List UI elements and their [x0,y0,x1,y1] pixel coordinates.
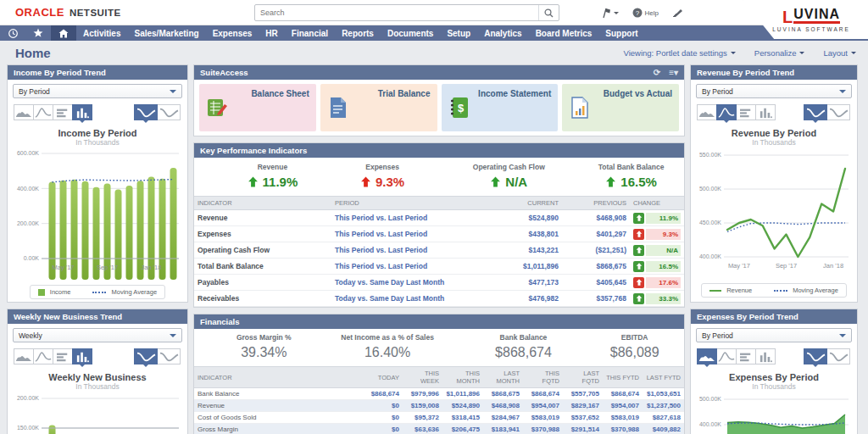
vbar-chart-icon[interactable] [755,104,776,120]
refresh-icon[interactable]: ⟳ [654,68,660,77]
nav-board-metrics[interactable]: Board Metrics [529,25,599,41]
area-chart-icon[interactable] [697,348,717,364]
portlet-header[interactable]: Expenses By Period Trend [691,309,857,324]
income-bar-chart[interactable]: 0.00K 200.00K 400.00K 600.00KMay '17Sep … [13,148,182,280]
value-cell[interactable]: $583,019 [603,412,643,424]
value-cell[interactable]: $1,011,896 [442,388,483,400]
viewing-menu[interactable]: Viewing: Portlet date settings [623,48,735,58]
vbar-chart-icon[interactable] [755,348,776,364]
value-cell[interactable]: $291,514 [563,424,603,434]
nav-setup[interactable]: Setup [440,25,477,41]
layout-menu[interactable]: Layout [823,48,856,58]
nav-analytics[interactable]: Analytics [477,25,528,41]
value-cell[interactable]: $979,996 [403,388,442,400]
vbar-chart-icon[interactable] [72,104,92,120]
column-header[interactable]: THIS FQTD [523,367,563,388]
period-cell[interactable]: Today vs. Same Day Last Month [331,291,494,307]
personalize-menu[interactable]: Personalize [754,48,805,58]
trend-view-icon[interactable] [134,104,158,120]
nav-financial[interactable]: Financial [285,25,335,41]
home-icon[interactable] [51,25,76,41]
value-cell[interactable]: $537,652 [563,412,603,424]
column-header[interactable]: THIS FYTD [603,367,643,388]
portlet-header[interactable]: Financials [194,314,684,329]
previous-cell[interactable]: $468,908 [562,210,630,226]
search-icon[interactable] [538,5,559,20]
area-chart-icon[interactable] [14,104,34,120]
previous-cell[interactable]: $357,768 [562,291,630,307]
tile-trial-balance[interactable]: Trial Balance [320,84,437,131]
value-cell[interactable]: $868,674 [603,388,643,400]
recent-records-icon[interactable] [0,25,25,41]
column-header[interactable]: CURRENT [494,197,562,210]
previous-cell[interactable]: $401,297 [562,226,630,242]
portlet-menu-icon[interactable]: ≡▾ [669,68,678,77]
trend-alt-icon[interactable] [157,348,181,364]
trend-alt-icon[interactable] [157,104,181,120]
line-chart-icon[interactable] [716,104,737,120]
vbar-chart-icon[interactable] [72,348,92,364]
column-header[interactable]: LAST FQTD [563,367,603,388]
revenue-line-chart[interactable]: 400.00K 450.00K 500.00K 550.00KMay '17Se… [696,148,852,278]
column-header[interactable]: INDICATOR [194,367,365,388]
portlet-header[interactable]: Weekly New Business Trend [8,309,187,324]
value-cell[interactable]: $468,908 [483,400,523,412]
column-header[interactable]: TODAY [365,367,403,388]
previous-cell[interactable]: $405,645 [562,275,630,291]
help-menu[interactable]: ? Help [632,8,659,18]
previous-cell[interactable]: ($21,251) [562,242,630,259]
portlet-header[interactable]: SuiteAccess ⟳ ≡▾ [194,65,684,80]
area-chart-icon[interactable] [697,104,717,120]
income-filter-select[interactable]: By Period [13,84,182,98]
tile-income-statement[interactable]: Income Statement $ [442,84,559,131]
current-cell[interactable]: $476,982 [494,291,562,307]
weekly-bar-chart[interactable]: 200.00K 150.00K [13,392,182,434]
value-cell[interactable]: $557,705 [563,388,603,400]
value-cell[interactable]: $206,475 [442,424,483,434]
period-cell[interactable]: This Period vs. Last Period [331,226,494,242]
area-chart-icon[interactable] [14,348,34,364]
column-header[interactable]: THIS WEEK [403,367,442,388]
nav-support[interactable]: Support [598,25,644,41]
current-cell[interactable]: $143,221 [494,242,562,259]
hbar-chart-icon[interactable] [736,104,756,120]
value-cell[interactable]: $370,988 [523,424,563,434]
revenue-filter-select[interactable]: By Period [696,84,852,98]
value-cell[interactable]: $868,674 [365,388,403,400]
value-cell[interactable]: $827,618 [643,412,684,424]
previous-cell[interactable]: $868,675 [562,259,630,275]
value-cell[interactable]: $1,053,651 [643,388,684,400]
trend-alt-icon[interactable] [826,104,850,120]
value-cell[interactable]: $409,882 [643,424,684,434]
value-cell[interactable]: $829,167 [563,400,603,412]
period-cell[interactable]: This Period vs. Last Period [331,259,494,275]
nav-documents[interactable]: Documents [381,25,440,41]
global-search[interactable] [254,4,559,21]
value-cell[interactable]: $524,890 [442,400,483,412]
tile-budget-vs-actual[interactable]: Budget vs Actual [562,84,679,131]
column-header[interactable]: THIS MONTH [442,367,483,388]
hbar-chart-icon[interactable] [736,348,756,364]
roles-menu[interactable] [601,8,619,19]
value-cell[interactable]: $183,941 [483,424,523,434]
value-cell[interactable]: $63,636 [403,424,442,434]
expenses-filter-select[interactable]: By Period [696,328,852,342]
expenses-area-chart[interactable]: 500.00K 400.00K [696,392,852,434]
hbar-chart-icon[interactable] [53,104,73,120]
period-cell[interactable]: This Period vs. Last Period [331,242,494,259]
current-cell[interactable]: $1,011,896 [494,259,562,275]
trend-alt-icon[interactable] [826,348,850,364]
portlet-header[interactable]: Revenue By Period Trend [691,65,857,80]
nav-reports[interactable]: Reports [335,25,381,41]
value-cell[interactable]: $954,007 [523,400,563,412]
column-header[interactable]: LAST FYTD [643,367,684,388]
current-cell[interactable]: $438,801 [494,226,562,242]
value-cell[interactable]: $868,675 [483,388,523,400]
nav-activities[interactable]: Activities [76,25,127,41]
line-chart-icon[interactable] [716,348,737,364]
nav-sales-marketing[interactable]: Sales/Marketing [127,25,205,41]
current-cell[interactable]: $477,173 [494,275,562,291]
shortcuts-star-icon[interactable] [25,25,51,41]
value-cell[interactable]: $954,007 [603,400,643,412]
value-cell[interactable]: $0 [365,424,403,434]
